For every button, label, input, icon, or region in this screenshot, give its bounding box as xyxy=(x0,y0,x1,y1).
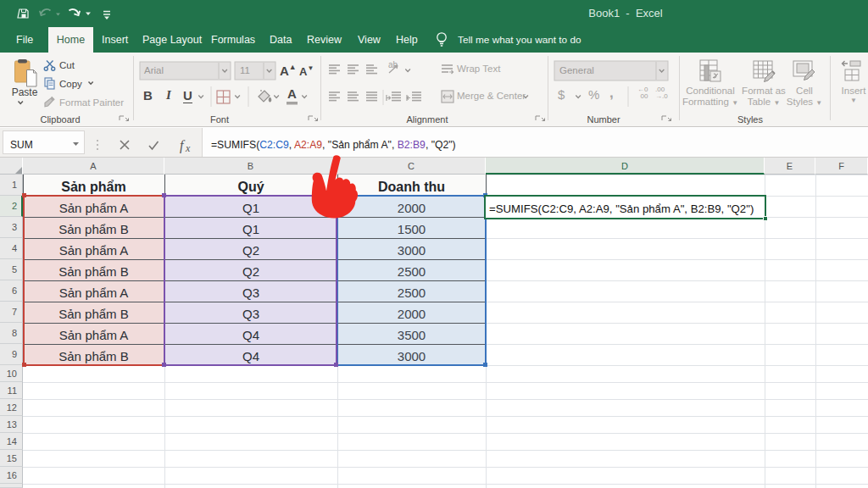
svg-text:f: f xyxy=(180,138,186,153)
svg-text:x: x xyxy=(185,142,191,154)
